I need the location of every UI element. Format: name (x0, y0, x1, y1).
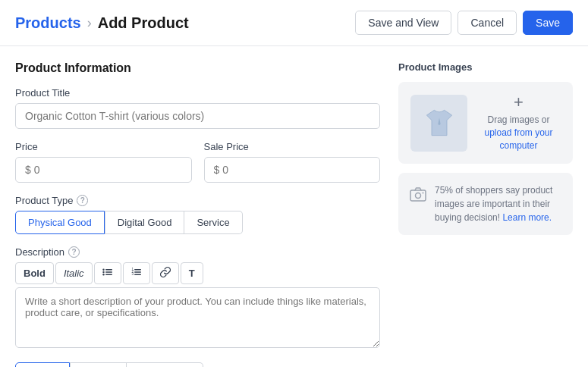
svg-point-13 (416, 193, 421, 199)
save-button[interactable]: Save (523, 11, 573, 35)
breadcrumb: Products › Add Product (15, 14, 189, 32)
product-type-buttons: Physical Good Digital Good Service (15, 211, 380, 234)
bold-button[interactable]: Bold (15, 262, 54, 284)
image-thumbnail (410, 95, 467, 152)
save-and-view-button[interactable]: Save and View (355, 11, 451, 35)
price-field: Price (15, 141, 192, 183)
unordered-list-button[interactable] (94, 262, 121, 284)
camera-icon (409, 185, 427, 207)
product-title-label: Product Title (15, 87, 380, 99)
sale-price-field: Sale Price (204, 141, 381, 183)
page-header: Products › Add Product Save and View Can… (0, 0, 588, 46)
product-title-input[interactable] (15, 103, 380, 129)
product-images-info-box: 75% of shoppers say product images are i… (398, 173, 573, 235)
image-upload-box[interactable]: + Drag images or upload from your comput… (398, 82, 573, 164)
breadcrumb-separator: › (87, 15, 92, 31)
drag-text: Drag images or upload from your computer (476, 114, 561, 152)
left-column: Product Information Product Title Price … (15, 61, 398, 367)
svg-rect-1 (105, 271, 112, 273)
text-format-button[interactable]: T (181, 262, 203, 284)
svg-point-3 (102, 269, 104, 271)
learn-more-link[interactable]: Learn more. (502, 212, 552, 223)
product-type-field: Product Type ? Physical Good Digital Goo… (15, 195, 380, 234)
visibility-visible-button[interactable]: Visible (15, 362, 70, 367)
price-label: Price (15, 141, 192, 152)
main-content: Product Information Product Title Price … (0, 46, 588, 379)
sale-price-input[interactable] (204, 157, 381, 183)
type-digital-good-button[interactable]: Digital Good (105, 211, 185, 234)
section-title: Product Information (15, 61, 380, 75)
description-field: Description ? Bold Italic (15, 246, 380, 350)
plus-icon: + (476, 94, 561, 111)
svg-rect-0 (105, 269, 112, 271)
description-toolbar: Bold Italic (15, 262, 380, 284)
header-actions: Save and View Cancel Save (355, 11, 573, 35)
description-help-icon[interactable]: ? (68, 246, 80, 258)
svg-point-14 (423, 193, 424, 194)
product-images-info-text: 75% of shoppers say product images are i… (435, 183, 562, 224)
visibility-unavailable-button[interactable]: Unavailable (127, 362, 203, 367)
price-row: Price Sale Price (15, 141, 380, 183)
type-service-button[interactable]: Service (184, 211, 242, 234)
sale-price-label: Sale Price (204, 141, 381, 152)
product-type-help-icon[interactable]: ? (77, 195, 88, 206)
upload-text-area: + Drag images or upload from your comput… (476, 94, 561, 152)
svg-point-4 (102, 271, 104, 273)
right-column: Product Images + Drag images or upload f… (398, 61, 573, 367)
italic-button[interactable]: Italic (55, 262, 93, 284)
svg-rect-8 (134, 274, 141, 276)
type-physical-good-button[interactable]: Physical Good (15, 211, 105, 234)
svg-rect-12 (410, 190, 426, 201)
visibility-buttons: Visible Hidden Unavailable (15, 362, 380, 367)
cancel-button[interactable]: Cancel (458, 11, 517, 35)
page-title: Add Product (98, 14, 189, 32)
link-button[interactable] (152, 262, 179, 284)
product-type-label: Product Type ? (15, 195, 380, 206)
upload-from-computer-link[interactable]: upload from your computer (484, 127, 552, 151)
svg-rect-6 (134, 269, 141, 271)
description-textarea[interactable] (15, 287, 380, 348)
svg-rect-2 (105, 274, 112, 276)
svg-point-5 (102, 274, 104, 275)
svg-text:3: 3 (131, 272, 134, 276)
description-label: Description ? (15, 246, 380, 258)
visibility-hidden-button[interactable]: Hidden (70, 362, 127, 367)
ordered-list-button[interactable]: 1 2 3 (123, 262, 150, 284)
product-images-title: Product Images (398, 61, 573, 73)
breadcrumb-products-link[interactable]: Products (15, 14, 81, 32)
product-title-field: Product Title (15, 87, 380, 129)
price-input[interactable] (15, 157, 192, 183)
svg-rect-7 (134, 271, 141, 273)
